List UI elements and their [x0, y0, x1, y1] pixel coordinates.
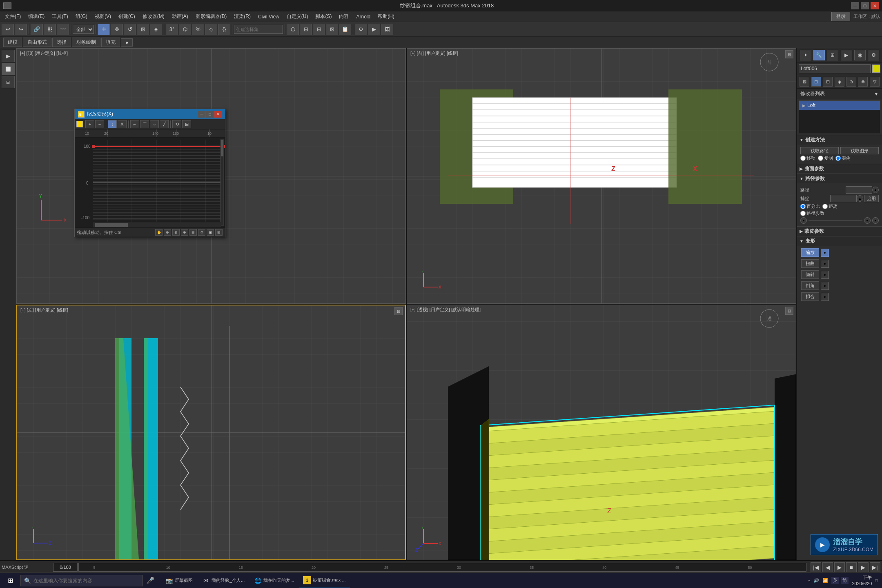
input-method-label[interactable]: 简	[841, 577, 849, 584]
scroll-h[interactable]	[93, 222, 221, 227]
mod-icon-6[interactable]: ⊗	[858, 77, 868, 87]
scale-tb-add[interactable]: +	[85, 120, 94, 128]
select-scale-button[interactable]: ⊠	[137, 24, 149, 35]
modifier-list-label[interactable]: 修改器列表 ▼	[797, 89, 882, 99]
viewport-label-top[interactable]: [+] [顶] [用户定义] [线框]	[20, 50, 68, 56]
ime-label[interactable]: 英	[831, 577, 839, 584]
viewport-left[interactable]: [+] [左] [用户定义] [线框] ⊟	[16, 305, 406, 560]
section-deform[interactable]: ▼ 变形	[797, 236, 882, 246]
path-dot-1[interactable]: ●	[800, 217, 807, 224]
selection-tab[interactable]: 选择	[52, 38, 71, 47]
notification-icon[interactable]: □	[875, 578, 878, 583]
extra-tab[interactable]: ●	[121, 38, 133, 47]
vp-corner-left[interactable]: ⊟	[394, 307, 403, 315]
fill-tab[interactable]: 填充	[101, 38, 120, 47]
mirror-button[interactable]: ⬡	[287, 24, 299, 35]
scale-tb-reset[interactable]: ⟲	[172, 120, 181, 128]
snap-input[interactable]: 10.0	[830, 195, 857, 202]
scale-tb-corner[interactable]: ⌐	[130, 120, 139, 128]
menu-graph-editor[interactable]: 图形编辑器(D)	[192, 12, 230, 21]
mod-icon-3[interactable]: ⊞	[823, 77, 833, 87]
render-button[interactable]: ▶	[368, 24, 380, 35]
viewport-perspective[interactable]: [+] [透视] [用户定义] [默认明暗处理] 透 ⊟	[407, 305, 796, 560]
scale-dialog[interactable]: a 缩放变形(X) ─ □ ✕ + − ↕ X ⌐	[74, 109, 225, 237]
pct-radio[interactable]: 百分比	[800, 203, 820, 209]
search-bar[interactable]: 🔍	[20, 575, 143, 586]
scale-tb-bezier[interactable]: ⌣	[150, 120, 159, 128]
nav-cube-persp[interactable]: 透	[759, 308, 780, 329]
get-path-button[interactable]: 获取路径	[800, 147, 839, 154]
named-sel-input[interactable]	[234, 25, 283, 34]
move-radio[interactable]: 移动	[800, 155, 815, 161]
taskbar-browser2[interactable]: 🌐 我在昨天的梦...	[249, 573, 298, 588]
modifier-loft[interactable]: ▶ Loft	[799, 101, 880, 110]
freeform-tab[interactable]: 自由形式	[23, 38, 51, 47]
status-reset[interactable]: ⟲	[198, 229, 205, 236]
menu-file[interactable]: 文件(F)	[2, 12, 24, 21]
path-input[interactable]: 0.0	[846, 186, 872, 194]
tilt-dot-btn[interactable]: ●	[821, 271, 829, 279]
timeline-track[interactable]: 5 10 15 20 25 30 35 40 45 50	[78, 563, 806, 572]
dialog-close[interactable]: ✕	[214, 111, 222, 118]
scale-tb-scale-x[interactable]: X	[118, 120, 127, 128]
menu-customize[interactable]: 自定义(U)	[283, 12, 312, 21]
bevel-deform-btn[interactable]: 倒角	[801, 281, 819, 290]
status-all[interactable]: ⊟	[215, 229, 223, 236]
rp-icon-motion[interactable]: ▶	[841, 50, 852, 60]
snap-toggle[interactable]: 3°	[166, 24, 178, 35]
select-rotate-button[interactable]: ↺	[124, 24, 136, 35]
menu-view[interactable]: 视图(V)	[91, 12, 114, 21]
status-fit[interactable]: ⊞	[189, 229, 197, 236]
path-spin-up[interactable]: ▲	[872, 187, 879, 193]
mod-icon-7[interactable]: ▽	[870, 77, 880, 87]
selection-filter[interactable]: 全部	[73, 25, 94, 34]
redo-button[interactable]: ↪	[15, 24, 27, 35]
bevel-dot-btn[interactable]: ●	[821, 282, 829, 290]
cortana-mic-icon[interactable]: 🎤	[143, 577, 158, 584]
dist-radio[interactable]: 距离	[822, 203, 837, 209]
tray-icon2[interactable]: 🔊	[813, 578, 819, 583]
scale-tb-all[interactable]: ⊞	[182, 120, 191, 128]
taskbar-max3d[interactable]: 3 纱帘组合.max ...	[299, 573, 350, 588]
viewport-label-front[interactable]: [+] [前] [用户定义] [线框]	[410, 50, 458, 56]
maximize-button[interactable]: □	[861, 2, 869, 9]
rp-icon-utilities[interactable]: ⚙	[868, 50, 879, 60]
start-button[interactable]: ⊞	[0, 573, 20, 588]
dialog-maximize[interactable]: □	[206, 111, 214, 118]
menu-content[interactable]: 内容	[336, 12, 352, 21]
angle-snap[interactable]: ⌬	[179, 24, 191, 35]
color-swatch[interactable]	[872, 65, 880, 73]
bind-space-warp-button[interactable]: 〰	[57, 24, 69, 35]
snap-btn[interactable]: ▶	[2, 50, 15, 62]
tray-icon1[interactable]: ⌂	[808, 578, 811, 583]
menu-help[interactable]: 帮助(H)	[374, 12, 398, 21]
play-button[interactable]: ▶	[834, 562, 845, 572]
status-sel[interactable]: ▣	[207, 229, 214, 236]
modeling-tab[interactable]: 建模	[3, 38, 22, 47]
select-button[interactable]: ✛	[98, 24, 110, 35]
viewport-label-persp[interactable]: [+] [透视] [用户定义] [默认明暗处理]	[410, 307, 481, 313]
menu-script[interactable]: 脚本(S)	[312, 12, 335, 21]
twist-deform-btn[interactable]: 扭曲	[801, 259, 819, 268]
mod-icon-5[interactable]: ⊕	[846, 77, 856, 87]
scale-deform-btn[interactable]: 缩放	[801, 248, 819, 257]
mod-icon-1[interactable]: ⊠	[800, 77, 809, 87]
menu-modifier[interactable]: 修改器(M)	[139, 12, 168, 21]
menu-arnold[interactable]: Arnold	[353, 13, 374, 20]
viewport-layout-btn[interactable]: ⊞	[2, 76, 15, 88]
render-setup[interactable]: ⚙	[355, 24, 367, 35]
select-manip-button[interactable]: ◈	[150, 24, 162, 35]
vp-corner-front[interactable]: ⊟	[785, 50, 793, 58]
viewport-label-left[interactable]: [+] [左] [用户定义] [线框]	[20, 307, 68, 313]
scale-tb-remove[interactable]: −	[95, 120, 104, 128]
rp-icon-modify[interactable]: 🔧	[813, 50, 825, 60]
status-zoom1[interactable]: ⊕	[164, 229, 171, 236]
copy-radio[interactable]: 复制	[818, 155, 833, 161]
goto-start-button[interactable]: |◀	[811, 562, 821, 572]
scale-tb-linear[interactable]: ╱	[160, 120, 169, 128]
menu-edit[interactable]: 编辑(E)	[25, 12, 48, 21]
status-pan[interactable]: ✋	[155, 229, 163, 236]
section-surface[interactable]: ▶ 曲面参数	[797, 164, 882, 174]
minimize-button[interactable]: ─	[851, 2, 859, 9]
scale-tb-smooth[interactable]: ⌒	[140, 120, 149, 128]
